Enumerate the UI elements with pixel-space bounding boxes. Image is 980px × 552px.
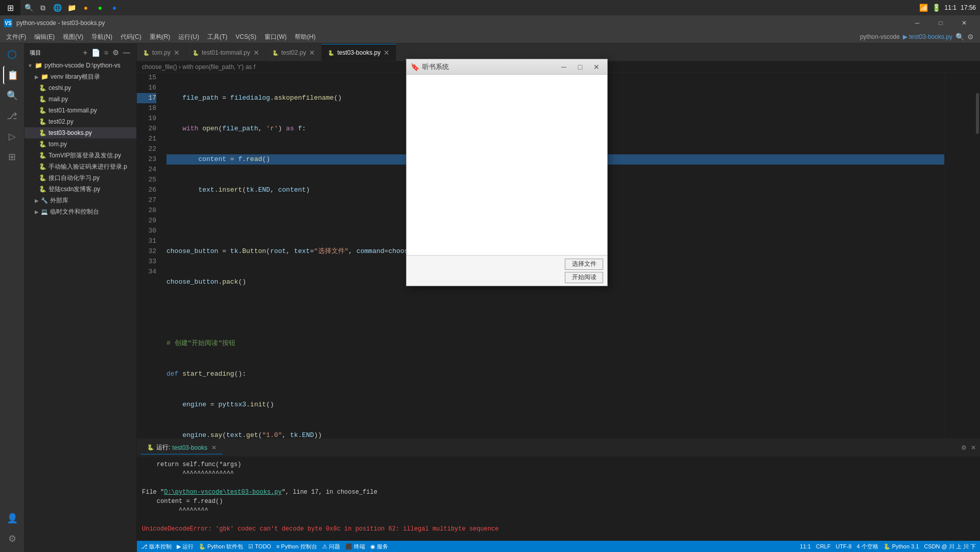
tab-tom-close[interactable]: ✕ [174, 49, 180, 56]
activity-extensions-icon[interactable]: ⊞ [3, 148, 21, 166]
activity-account-icon[interactable]: 👤 [3, 509, 21, 527]
sidebar-temp-folder[interactable]: ▶ 💻 临时文件和控制台 [25, 206, 136, 217]
panel-tab-run[interactable]: 🐍 运行: test03-books ✕ [141, 441, 223, 454]
project-label: python-vscode [860, 33, 900, 40]
tab-test03-close[interactable]: ✕ [384, 49, 390, 56]
sidebar-file-ceshi[interactable]: 🐍 ceshi.py [25, 82, 136, 94]
tab-test03[interactable]: 🐍 test03-books.py ✕ [322, 44, 396, 61]
start-reading-button[interactable]: 开始阅读 [565, 272, 603, 283]
status-indent[interactable]: 4 个空格 [857, 543, 878, 550]
menu-file[interactable]: 文件(F) [2, 31, 30, 43]
sidebar-add-icon[interactable]: + [82, 48, 88, 58]
scrollbar-thumb[interactable] [976, 93, 979, 134]
close-button[interactable]: ✕ [952, 15, 976, 31]
floating-minimize-button[interactable]: ─ [557, 61, 570, 73]
sidebar-external-folder[interactable]: ▶ 🔧 外部库 [25, 195, 136, 206]
menu-window[interactable]: 窗口(W) [260, 31, 291, 43]
sidebar-file-api[interactable]: 🐍 接口自动化学习.py [25, 172, 136, 183]
status-position[interactable]: 11:1 [800, 543, 810, 549]
minimize-button[interactable]: ─ [905, 15, 929, 31]
code-line-25: engine = pyttsx3.init() [166, 400, 944, 410]
menu-tools[interactable]: 工具(T) [203, 31, 231, 43]
sidebar: 项目 + 📄 ≡ ⚙ — ▼ 📁 python-vscode D:\python… [25, 43, 137, 552]
tab-test02-close[interactable]: ✕ [309, 49, 315, 56]
activity-explorer-icon[interactable]: 📋 [3, 66, 21, 84]
activity-debug-icon[interactable]: ▷ [3, 127, 21, 146]
network-icon: 📶 [919, 4, 928, 12]
tab-tom[interactable]: 🐍 tom.py ✕ [137, 44, 186, 61]
sidebar-file-tomvip[interactable]: 🐍 TomVIP部落登录及发信.py [25, 150, 136, 161]
activity-vscode-icon[interactable]: ⬡ [3, 45, 21, 64]
tab-test01[interactable]: 🐍 test01-tommail.py ✕ [186, 44, 266, 61]
status-python-pkg[interactable]: 🐍 Python 软件包 [199, 543, 243, 550]
status-issues[interactable]: ⚠ 问题 [322, 543, 340, 550]
sidebar-file-csdn[interactable]: 🐍 登陆csdn发博客.py [25, 183, 136, 195]
status-position-label: 11:1 [800, 543, 810, 549]
status-python-version[interactable]: 🐍 Python 3.1 [883, 543, 919, 550]
sidebar-title: 项目 [30, 49, 41, 57]
terminal-content: return self.func(*args) ^^^^^^^^^^^^^^ F… [137, 457, 980, 541]
sidebar-settings-icon[interactable]: ⚙ [111, 48, 120, 58]
menu-view[interactable]: 视图(V) [59, 31, 87, 43]
toolbar-search[interactable]: 🔍 [955, 33, 964, 41]
sidebar-file-test02[interactable]: 🐍 test02.py [25, 116, 136, 127]
status-charset[interactable]: UTF-8 [835, 543, 851, 549]
file-label-test01: test01-tommail.py [49, 107, 97, 114]
menu-run[interactable]: 运行(U) [174, 31, 203, 43]
activity-git-icon[interactable]: ⎇ [3, 107, 21, 125]
sidebar-file-mail[interactable]: 🐍 mail.py [25, 94, 136, 105]
code-line-22 [166, 308, 944, 318]
sidebar-addfile-icon[interactable]: 📄 [90, 48, 101, 58]
menu-code[interactable]: 代码(C) [116, 31, 146, 43]
panel-close-icon[interactable]: ✕ [971, 444, 976, 451]
panel-settings-icon[interactable]: ⚙ [961, 444, 967, 451]
menu-navigate[interactable]: 导航(N) [87, 31, 116, 43]
app2-icon[interactable]: ● [94, 2, 106, 14]
status-crlf[interactable]: CRLF [816, 543, 831, 549]
activity-search-icon[interactable]: 🔍 [3, 86, 21, 105]
file-label-csdn: 登陆csdn发博客.py [49, 185, 100, 194]
start-button[interactable]: ⊞ [0, 0, 20, 15]
sidebar-file-test01[interactable]: 🐍 test01-tommail.py [25, 105, 136, 116]
minimap [944, 73, 975, 439]
sidebar-close-icon[interactable]: — [122, 48, 131, 58]
toolbar-extensions[interactable]: ⚙ [967, 33, 974, 41]
floating-close-button[interactable]: ✕ [590, 61, 603, 73]
app1-icon[interactable]: ● [80, 2, 92, 14]
edge-icon[interactable]: 🌐 [51, 2, 63, 14]
taskview-icon[interactable]: ⧉ [37, 2, 49, 14]
menu-edit[interactable]: 编辑(E) [30, 31, 59, 43]
status-git[interactable]: ⎇ 版本控制 [141, 543, 172, 550]
sidebar-file-manual[interactable]: 🐍 手动输入验证码来进行登录.p [25, 161, 136, 172]
status-terminal[interactable]: ⬛ 终端 [345, 543, 365, 550]
search-taskbar-icon[interactable]: 🔍 [22, 2, 35, 14]
status-csdn[interactable]: CSDN @ 川 上 川 下 [924, 543, 976, 550]
sidebar-file-test03[interactable]: 🐍 test03-books.py [25, 127, 136, 139]
tab-test01-close[interactable]: ✕ [253, 49, 259, 56]
choose-file-button[interactable]: 选择文件 [565, 259, 603, 270]
status-python-ctrl[interactable]: ≡ Python 控制台 [276, 543, 317, 550]
sidebar-file-tom[interactable]: 🐍 tom.py [25, 139, 136, 150]
maximize-button[interactable]: □ [929, 15, 952, 31]
service-icon: ◉ [370, 543, 375, 550]
python-icon5: 🐍 [39, 129, 46, 136]
sidebar-collapse-icon[interactable]: ≡ [103, 48, 109, 58]
app3-icon[interactable]: ● [108, 2, 121, 14]
tab-test03-icon: 🐍 [328, 50, 334, 56]
status-todo[interactable]: ☑ TODO [248, 543, 271, 550]
tab-test02[interactable]: 🐍 test02.py ✕ [266, 44, 322, 61]
explorer-icon[interactable]: 📁 [65, 2, 78, 14]
menu-refactor[interactable]: 重构(R) [146, 31, 175, 43]
activity-settings-icon[interactable]: ⚙ [3, 530, 21, 548]
floating-maximize-button[interactable]: □ [573, 61, 587, 73]
sidebar-venv-folder[interactable]: ▶ 📁 venv library根目录 [25, 71, 136, 82]
run-tab-close[interactable]: ✕ [211, 444, 217, 451]
menu-help[interactable]: 帮助(H) [291, 31, 320, 43]
sidebar-root-folder[interactable]: ▼ 📁 python-vscode D:\python-vs [25, 60, 136, 71]
menu-vcs[interactable]: VCS(S) [231, 31, 260, 43]
scrollbar[interactable] [975, 73, 980, 439]
activity-bar: ⬡ 📋 🔍 ⎇ ▷ ⊞ 👤 ⚙ [0, 43, 25, 552]
status-service[interactable]: ◉ 服务 [370, 543, 388, 550]
status-charset-label: UTF-8 [835, 543, 851, 549]
status-run[interactable]: ▶ 运行 [177, 543, 194, 550]
